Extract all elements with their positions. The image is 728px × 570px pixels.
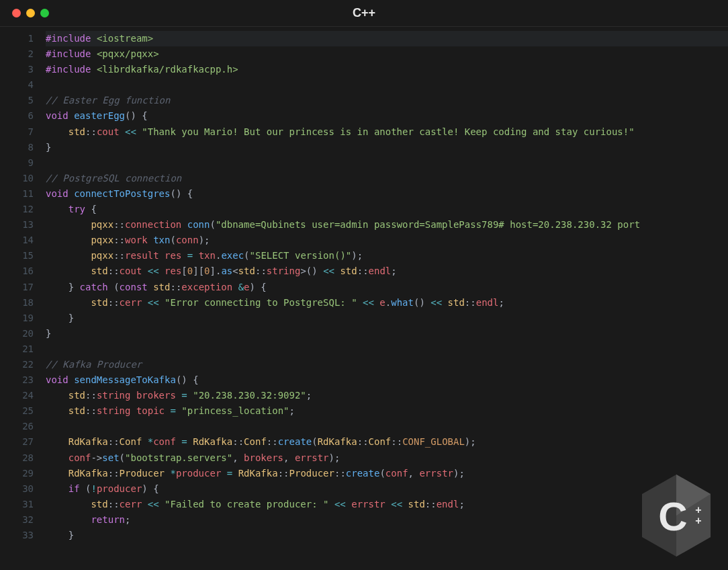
code-line[interactable]: void connectToPostgres() { [46, 186, 728, 202]
code-line[interactable]: std::cerr << "Error connecting to Postgr… [46, 295, 728, 311]
code-line[interactable]: RdKafka::Conf *conf = RdKafka::Conf::cre… [46, 434, 728, 450]
token-pun: () [414, 295, 430, 311]
code-line[interactable]: pqxx::connection conn("dbname=Qubinets u… [46, 217, 728, 233]
code-line[interactable] [46, 419, 728, 434]
token-var: endl [476, 295, 499, 311]
token-pun [159, 263, 165, 279]
token-pun [46, 124, 69, 140]
token-kw: if [69, 481, 80, 497]
line-number: 21 [0, 341, 34, 357]
code-line[interactable]: } [46, 528, 728, 543]
code-line[interactable]: #include <iostream> [46, 31, 728, 46]
code-line[interactable]: std::string brokers = "20.238.230.32:909… [46, 388, 728, 403]
code-line[interactable]: std::string topic = "princess_location"; [46, 403, 728, 419]
code-line[interactable]: if (!producer) { [46, 481, 728, 497]
code-line[interactable]: } catch (const std::exception &e) { [46, 280, 728, 295]
maximize-icon[interactable] [40, 9, 49, 17]
token-pun: :: [108, 466, 120, 481]
code-line[interactable]: // Kafka Producer [46, 357, 728, 372]
code-line[interactable]: // PostgreSQL connection [46, 171, 728, 186]
token-pun [46, 466, 69, 481]
token-op: & [238, 280, 244, 295]
token-pun: () { [170, 186, 193, 202]
token-op: * [170, 466, 175, 481]
code-line[interactable]: } [46, 311, 728, 326]
line-number: 20 [0, 326, 34, 341]
code-line[interactable]: RdKafka::Producer *producer = RdKafka::P… [46, 466, 728, 481]
token-var: errstr [351, 497, 385, 512]
token-pun [46, 248, 91, 263]
token-var: cout [120, 263, 142, 279]
token-pun [232, 280, 238, 295]
token-pun: :: [85, 124, 97, 140]
token-pp: #include [46, 46, 91, 62]
code-line[interactable]: void easterEgg() { [46, 108, 728, 124]
code-line[interactable] [46, 341, 728, 357]
code-line[interactable]: } [46, 140, 728, 155]
token-pun [159, 295, 165, 311]
code-area[interactable]: #include <iostream>#include <pqxx/pqxx>#… [46, 31, 728, 543]
token-ns: Conf [244, 434, 267, 450]
token-mem: set [102, 450, 119, 466]
token-pun [46, 295, 91, 311]
close-icon[interactable] [12, 9, 21, 17]
line-number: 30 [0, 481, 34, 497]
token-pun [165, 403, 170, 419]
token-pun [176, 434, 181, 450]
token-pun: ( [120, 450, 125, 466]
line-number: 4 [0, 77, 34, 93]
token-var: conf [385, 466, 408, 481]
token-fn: txn [153, 233, 170, 248]
line-number: 7 [0, 124, 34, 140]
token-pun: :: [255, 263, 267, 279]
token-pun [46, 403, 69, 419]
token-pun: ; [498, 295, 504, 311]
token-var: cout [97, 124, 120, 140]
code-line[interactable]: pqxx::work txn(conn); [46, 233, 728, 248]
code-line[interactable]: conf->set("bootstrap.servers", brokers, … [46, 450, 728, 466]
token-pun [130, 403, 136, 419]
cpp-logo-icon: C + + [639, 473, 713, 558]
code-line[interactable]: void sendMessageToKafka() { [46, 372, 728, 388]
line-number: 14 [0, 233, 34, 248]
token-num: 0 [187, 263, 193, 279]
code-editor[interactable]: 1234567891011121314151617181920212223242… [0, 27, 728, 543]
token-ns: pqxx [91, 217, 113, 233]
token-pun: [ [181, 263, 187, 279]
token-pun [130, 388, 136, 403]
token-pun: :: [113, 248, 125, 263]
code-line[interactable]: try { [46, 202, 728, 217]
line-number: 27 [0, 434, 34, 450]
code-line[interactable]: #include <librdkafka/rdkafkacpp.h> [46, 62, 728, 77]
token-var: res [165, 248, 181, 263]
code-line[interactable]: #include <pqxx/pqxx> [46, 46, 728, 62]
token-op: << [125, 124, 136, 140]
code-line[interactable]: std::cerr << "Failed to create producer:… [46, 497, 728, 512]
token-pun [328, 497, 334, 512]
code-line[interactable] [46, 77, 728, 93]
token-inc: <iostream> [97, 31, 153, 46]
token-pun: () { [125, 108, 148, 124]
token-pun: , [232, 450, 244, 466]
token-mem: what [391, 295, 414, 311]
line-number: 28 [0, 450, 34, 466]
token-kw: catch [80, 280, 108, 295]
token-pun [46, 388, 69, 403]
code-line[interactable]: pqxx::result res = txn.exec("SELECT vers… [46, 248, 728, 263]
token-op: << [148, 497, 159, 512]
token-ns: std [91, 497, 107, 512]
line-number: 22 [0, 357, 34, 372]
token-fn: sendMessageToKafka [74, 372, 176, 388]
token-pun [69, 108, 74, 124]
token-pp: #include [46, 31, 91, 46]
token-mem: create [278, 434, 312, 450]
code-line[interactable] [46, 155, 728, 171]
code-line[interactable]: return; [46, 512, 728, 528]
token-cmt: // Kafka Producer [46, 357, 142, 372]
token-cmt: // PostgreSQL connection [46, 171, 181, 186]
minimize-icon[interactable] [26, 9, 35, 17]
code-line[interactable]: // Easter Egg function [46, 93, 728, 108]
code-line[interactable]: std::cout << res[0][0].as<std::string>()… [46, 263, 728, 279]
code-line[interactable]: } [46, 326, 728, 341]
code-line[interactable]: std::cout << "Thank you Mario! But our p… [46, 124, 728, 140]
